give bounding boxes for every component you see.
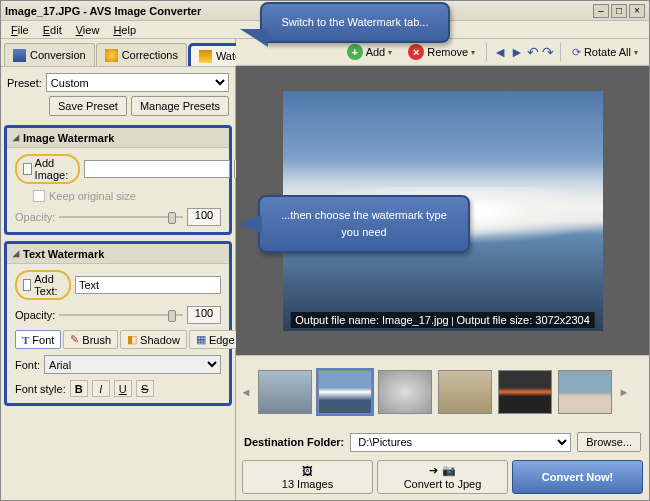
plus-icon: + — [347, 44, 363, 60]
collapse-icon[interactable]: ◢ — [13, 249, 19, 258]
strike-button[interactable]: S — [136, 380, 154, 397]
font-select[interactable]: Arial — [44, 355, 221, 374]
tab-bar: Conversion Corrections Watermark — [1, 39, 235, 66]
image-opacity-slider[interactable] — [59, 210, 183, 224]
destination-label: Destination Folder: — [244, 436, 344, 448]
add-image-checkbox[interactable]: Add Image: — [15, 154, 80, 184]
tooltip-callout: ...then choose the watermark type you ne… — [258, 195, 470, 253]
text-watermark-section: ◢Text Watermark Add Text: Opacity:100 TF… — [4, 241, 232, 406]
thumbnail[interactable] — [378, 370, 432, 414]
shadow-icon: ◧ — [127, 333, 137, 346]
thumbnail-strip: ◄ ► — [236, 355, 649, 427]
preview-caption: Output file name: Image_17.jpg | Output … — [290, 312, 595, 328]
font-tab[interactable]: TFont — [15, 330, 61, 349]
thumbs-prev[interactable]: ◄ — [240, 366, 252, 418]
opacity-label: Opacity: — [15, 211, 55, 223]
chevron-down-icon: ▾ — [471, 48, 475, 57]
edge-icon: ▦ — [196, 333, 206, 346]
remove-button[interactable]: ×Remove▾ — [403, 42, 480, 62]
prev-button[interactable]: ◄ — [493, 44, 507, 60]
thumbnail[interactable] — [438, 370, 492, 414]
text-opacity-value[interactable]: 100 — [187, 306, 221, 324]
checkbox-icon — [23, 279, 31, 291]
tooltip-callout: Switch to the Watermark tab... — [260, 2, 450, 43]
collapse-icon[interactable]: ◢ — [13, 133, 19, 142]
text-opacity-label: Opacity: — [15, 309, 55, 321]
minimize-button[interactable]: – — [593, 4, 609, 18]
close-button[interactable]: × — [629, 4, 645, 18]
tab-conversion[interactable]: Conversion — [4, 43, 95, 66]
image-watermark-section: ◢Image Watermark Add Image: Browse... Ke… — [4, 125, 232, 235]
right-panel: +Add▾ ×Remove▾ ◄ ► ↶ ↷ ⟳Rotate All▾ Outp… — [236, 39, 649, 500]
watermark-icon — [199, 50, 212, 63]
browse-destination-button[interactable]: Browse... — [577, 432, 641, 452]
underline-button[interactable]: U — [114, 380, 132, 397]
conversion-icon — [13, 49, 26, 62]
thumbnail[interactable] — [318, 370, 372, 414]
italic-button[interactable]: I — [92, 380, 110, 397]
add-text-input[interactable] — [75, 276, 221, 294]
keep-size-label: Keep original size — [49, 190, 136, 202]
images-icon: 🖼 — [302, 465, 313, 477]
image-opacity-value[interactable]: 100 — [187, 208, 221, 226]
edge-tab[interactable]: ▦Edge — [189, 330, 242, 349]
thumbnail[interactable] — [258, 370, 312, 414]
rotate-cw-button[interactable]: ↷ — [542, 44, 554, 60]
thumbnail[interactable] — [558, 370, 612, 414]
maximize-button[interactable]: □ — [611, 4, 627, 18]
font-label: Font: — [15, 359, 40, 371]
brush-tab[interactable]: ✎Brush — [63, 330, 118, 349]
keep-size-checkbox[interactable] — [33, 190, 45, 202]
menu-edit[interactable]: Edit — [37, 23, 68, 37]
bold-button[interactable]: B — [70, 380, 88, 397]
rotate-ccw-button[interactable]: ↶ — [527, 44, 539, 60]
rotate-all-button[interactable]: ⟳Rotate All▾ — [567, 44, 643, 61]
corrections-icon — [105, 49, 118, 62]
fontstyle-label: Font style: — [15, 380, 66, 397]
image-watermark-title: Image Watermark — [23, 132, 114, 144]
shadow-tab[interactable]: ◧Shadow — [120, 330, 187, 349]
preview-toolbar: +Add▾ ×Remove▾ ◄ ► ↶ ↷ ⟳Rotate All▾ — [236, 39, 649, 66]
preset-label: Preset: — [7, 77, 42, 89]
images-count-button[interactable]: 🖼13 Images — [242, 460, 373, 494]
arrow-icon: ➔ 📷 — [429, 464, 455, 477]
manage-presets-button[interactable]: Manage Presets — [131, 96, 229, 116]
text-watermark-title: Text Watermark — [23, 248, 104, 260]
convert-to-jpeg-button[interactable]: ➔ 📷Convert to Jpeg — [377, 460, 508, 494]
brush-icon: ✎ — [70, 333, 79, 346]
left-panel: Conversion Corrections Watermark Preset:… — [1, 39, 236, 500]
tab-corrections[interactable]: Corrections — [96, 43, 187, 66]
checkbox-icon — [23, 163, 32, 175]
chevron-down-icon: ▾ — [634, 48, 638, 57]
save-preset-button[interactable]: Save Preset — [49, 96, 127, 116]
convert-now-button[interactable]: Convert Now! — [512, 460, 643, 494]
preset-select[interactable]: Custom — [46, 73, 229, 92]
menu-file[interactable]: File — [5, 23, 35, 37]
x-icon: × — [408, 44, 424, 60]
menu-view[interactable]: View — [70, 23, 106, 37]
menu-help[interactable]: Help — [107, 23, 142, 37]
thumbnail[interactable] — [498, 370, 552, 414]
chevron-down-icon: ▾ — [388, 48, 392, 57]
add-image-input[interactable] — [84, 160, 230, 178]
rotate-icon: ⟳ — [572, 46, 581, 59]
next-button[interactable]: ► — [510, 44, 524, 60]
add-button[interactable]: +Add▾ — [342, 42, 398, 62]
destination-select[interactable]: D:\Pictures — [350, 433, 571, 452]
add-text-checkbox[interactable]: Add Text: — [15, 270, 71, 300]
thumbs-next[interactable]: ► — [618, 366, 630, 418]
text-opacity-slider[interactable] — [59, 308, 183, 322]
